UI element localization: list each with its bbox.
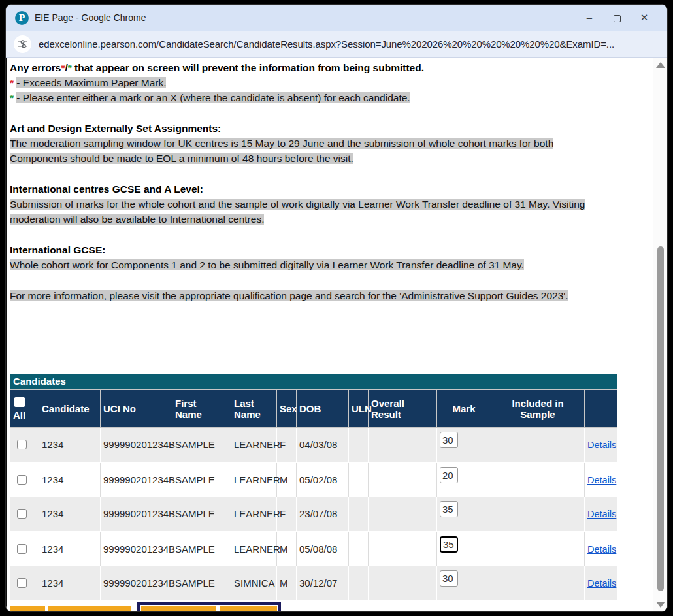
- details-link[interactable]: Details: [587, 509, 616, 519]
- maximize-icon[interactable]: [603, 5, 631, 31]
- overall-result-cell: [369, 428, 437, 462]
- uci-no-cell: 999990201234B: [101, 497, 172, 532]
- mark-cell: [437, 566, 491, 601]
- row-select-cell: [10, 428, 39, 462]
- details-cell: Details: [585, 428, 617, 462]
- uci-no-cell: 999990201234B: [101, 462, 172, 497]
- mark-input[interactable]: [440, 467, 458, 483]
- row-select-cell: [10, 566, 39, 601]
- tune-icon: [18, 39, 27, 49]
- minimize-icon[interactable]: –: [576, 5, 603, 31]
- uln-cell: [349, 497, 369, 532]
- view-selected-button[interactable]: View Selected: [48, 606, 131, 612]
- candidate-number-cell: 1234: [39, 532, 101, 566]
- last-name-cell: LEARNER: [231, 497, 277, 532]
- window-titlebar: P EIE Page - Google Chrome – ✕: [6, 5, 667, 31]
- header-dob: DOB: [297, 390, 349, 428]
- details-link[interactable]: Details: [587, 578, 616, 589]
- green-star-legend: * - Please enter either a mark or an X (…: [10, 90, 610, 105]
- included-in-sample-cell: [491, 428, 585, 462]
- candidate-row: 1234 999990201234B SAMPLE LEARNER M 05/0…: [10, 532, 617, 566]
- red-asterisk: *: [10, 77, 14, 88]
- notice-section: International GCSE: Whole cohort work fo…: [10, 242, 610, 272]
- sort-last-name-link[interactable]: Last Name: [234, 398, 264, 420]
- dob-cell: 23/07/08: [297, 497, 349, 532]
- overall-result-cell: [369, 497, 437, 532]
- site-settings-button[interactable]: [14, 35, 31, 53]
- mark-input[interactable]: [440, 501, 458, 517]
- header-overall-result: Overall Result: [369, 390, 437, 428]
- scrollbar-thumb[interactable]: [657, 246, 664, 591]
- header-uci-no: UCI No: [101, 390, 172, 428]
- sex-cell: F: [277, 497, 297, 532]
- first-name-cell: SAMPLE: [172, 462, 231, 497]
- row-select-cell: [10, 497, 39, 532]
- scrollbar-up-icon[interactable]: [656, 62, 665, 68]
- candidate-row: 1234 999990201234B SAMPLE LEARNER M 05/0…: [10, 462, 617, 497]
- candidate-number-cell: 1234: [39, 428, 101, 462]
- details-cell: Details: [585, 532, 617, 566]
- first-name-cell: SAMPLE: [172, 497, 231, 532]
- maximize-glyph: [614, 15, 621, 22]
- error-warning-line: Any errors*/* that appear on screen will…: [10, 60, 610, 75]
- first-name-cell: SAMPLE: [172, 428, 231, 462]
- header-blank: [585, 390, 617, 428]
- last-name-cell: SIMNICA: [231, 566, 277, 601]
- notice-section: Art and Design Externally Set Assignment…: [10, 121, 610, 166]
- overall-result-cell: [369, 566, 437, 601]
- candidate-row: 1234 999990201234B SAMPLE LEARNER F 04/0…: [10, 428, 617, 462]
- row-checkbox[interactable]: [17, 440, 27, 449]
- last-name-cell: LEARNER: [231, 428, 277, 462]
- window-controls: – ✕: [576, 5, 658, 31]
- vertical-scrollbar[interactable]: [653, 58, 667, 611]
- uln-cell: [349, 532, 369, 566]
- scrollbar-down-icon[interactable]: [656, 602, 665, 608]
- notice-section: International centres GCSE and A Level: …: [10, 182, 610, 227]
- header-mark: Mark: [437, 390, 491, 428]
- header-first-name: First Name: [172, 390, 231, 428]
- browser-window: P EIE Page - Google Chrome – ✕ edexcelon…: [5, 4, 668, 612]
- page-content: Any errors*/* that appear on screen will…: [6, 58, 667, 611]
- section-body: Whole cohort work for Components 1 and 2…: [10, 257, 610, 272]
- row-checkbox[interactable]: [17, 475, 27, 485]
- pearson-logo-icon: P: [15, 11, 29, 25]
- header-included-in-sample: Included in Sample: [491, 390, 585, 428]
- candidates-table: All Candidate UCI No First Name Last Nam…: [10, 389, 617, 602]
- candidate-row: 1234 999990201234B SAMPLE SIMNICA M 30/1…: [10, 566, 617, 601]
- uci-no-cell: 999990201234B: [101, 532, 172, 566]
- mark-cell: [437, 532, 491, 566]
- mark-input[interactable]: [440, 432, 458, 448]
- header-last-name: Last Name: [231, 390, 277, 428]
- section-body: The moderation sampling window for UK ce…: [10, 136, 610, 166]
- address-bar: edexcelonline.pearson.com/CandidateSearc…: [6, 31, 667, 58]
- header-candidate: Candidate: [39, 390, 101, 428]
- row-checkbox[interactable]: [17, 578, 27, 588]
- sex-cell: F: [277, 428, 297, 462]
- details-link[interactable]: Details: [587, 544, 616, 555]
- print-button[interactable]: Print: [220, 606, 277, 612]
- exit-button[interactable]: Exit: [10, 606, 45, 612]
- details-link[interactable]: Details: [587, 475, 616, 485]
- section-heading: International centres GCSE and A Level:: [10, 182, 610, 197]
- sort-first-name-link[interactable]: First Name: [175, 398, 205, 420]
- candidate-row: 1234 999990201234B SAMPLE LEARNER F 23/0…: [10, 497, 617, 532]
- submit-marks-button[interactable]: Submit Marks: [141, 606, 216, 612]
- mark-input[interactable]: [440, 570, 458, 587]
- candidates-section: Candidates All Candidate: [10, 374, 617, 611]
- row-select-cell: [10, 532, 39, 566]
- dob-cell: 30/12/07: [297, 566, 349, 601]
- candidate-number-cell: 1234: [39, 497, 101, 532]
- row-checkbox[interactable]: [17, 509, 27, 519]
- select-all-checkbox[interactable]: [14, 397, 25, 407]
- url-text[interactable]: edexcelonline.pearson.com/CandidateSearc…: [39, 39, 614, 50]
- included-in-sample-cell: [491, 497, 585, 532]
- close-icon[interactable]: ✕: [631, 5, 658, 31]
- select-all-label: All: [13, 410, 25, 421]
- green-asterisk: *: [10, 92, 14, 103]
- row-checkbox[interactable]: [17, 544, 27, 554]
- mark-cell: [437, 462, 491, 497]
- mark-input-focused[interactable]: [440, 536, 458, 553]
- sort-candidate-link[interactable]: Candidate: [42, 403, 90, 414]
- details-link[interactable]: Details: [587, 440, 616, 450]
- select-all-header: All: [10, 390, 39, 428]
